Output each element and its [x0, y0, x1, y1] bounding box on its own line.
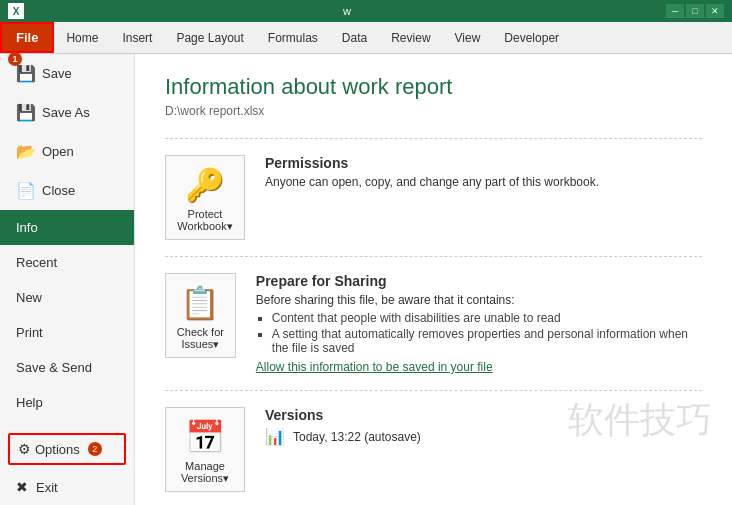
sidebar-options-label: Options	[35, 442, 80, 457]
main-layout: 💾 Save 💾 Save As 📂 Open 📄 Close Info Rec…	[0, 54, 732, 505]
sidebar-item-close[interactable]: 📄 Close	[0, 171, 134, 210]
file-tab[interactable]: File 1	[0, 22, 54, 53]
options-icon: ⚙	[18, 441, 31, 457]
sidebar-item-recent[interactable]: Recent	[0, 245, 134, 280]
permissions-section: 🔑 Protect Workbook▾ Permissions Anyone c…	[165, 155, 702, 240]
tab-review[interactable]: Review	[379, 22, 442, 53]
protect-icon: 🔑	[185, 166, 225, 204]
versions-icon: 📅	[185, 418, 225, 456]
sidebar-item-exit[interactable]: ✖ Exit	[0, 469, 134, 505]
divider-2	[165, 256, 702, 257]
check-issues-button[interactable]: 📋 Check for Issues▾	[165, 273, 236, 358]
sidebar-item-new[interactable]: New	[0, 280, 134, 315]
permissions-info: Permissions Anyone can open, copy, and c…	[265, 155, 599, 193]
save-as-icon: 💾	[16, 103, 34, 122]
sidebar-item-save-as[interactable]: 💾 Save As	[0, 93, 134, 132]
close-button[interactable]: ✕	[706, 4, 724, 18]
versions-section: 📅 Manage Versions▾ Versions 📊 Today, 13:…	[165, 407, 702, 492]
window-controls: ─ □ ✕	[666, 4, 724, 18]
maximize-button[interactable]: □	[686, 4, 704, 18]
sidebar-help-label: Help	[16, 395, 43, 410]
prepare-section: 📋 Check for Issues▾ Prepare for Sharing …	[165, 273, 702, 374]
divider-3	[165, 390, 702, 391]
exit-icon: ✖	[16, 479, 28, 495]
prepare-desc: Before sharing this file, be aware that …	[256, 293, 702, 307]
versions-heading: Versions	[265, 407, 421, 423]
protect-btn-label: Protect Workbook▾	[177, 208, 232, 233]
version-text: Today, 13:22 (autosave)	[293, 430, 421, 444]
options-badge: 2	[88, 442, 102, 456]
sidebar-item-print[interactable]: Print	[0, 315, 134, 350]
sidebar-open-label: Open	[42, 144, 74, 159]
minimize-button[interactable]: ─	[666, 4, 684, 18]
divider-1	[165, 138, 702, 139]
app-icon: X	[8, 3, 24, 19]
check-issues-btn-label: Check for Issues▾	[177, 326, 224, 351]
tab-formulas[interactable]: Formulas	[256, 22, 330, 53]
title-bar: X w ─ □ ✕	[0, 0, 732, 22]
protect-workbook-button[interactable]: 🔑 Protect Workbook▾	[165, 155, 245, 240]
content-area: Information about work report D:\work re…	[135, 54, 732, 505]
sidebar-item-help[interactable]: Help	[0, 385, 134, 420]
tab-insert[interactable]: Insert	[110, 22, 164, 53]
prepare-list: Content that people with disabilities ar…	[272, 311, 702, 355]
prepare-bullet-2: A setting that automatically removes pro…	[272, 327, 702, 355]
ribbon: File 1 Home Insert Page Layout Formulas …	[0, 22, 732, 54]
tab-view[interactable]: View	[443, 22, 493, 53]
open-icon: 📂	[16, 142, 34, 161]
sidebar-exit-label: Exit	[36, 480, 58, 495]
title-text: w	[28, 5, 666, 17]
tab-page-layout[interactable]: Page Layout	[164, 22, 255, 53]
sidebar-item-save-send[interactable]: Save & Send	[0, 350, 134, 385]
save-icon: 💾	[16, 64, 34, 83]
sidebar-item-options[interactable]: ⚙ Options 2	[8, 433, 126, 465]
sidebar-info-label: Info	[16, 220, 38, 235]
sidebar-item-open[interactable]: 📂 Open	[0, 132, 134, 171]
permissions-heading: Permissions	[265, 155, 599, 171]
versions-info: Versions 📊 Today, 13:22 (autosave)	[265, 407, 421, 446]
prepare-link[interactable]: Allow this information to be saved in yo…	[256, 360, 493, 374]
sidebar-recent-label: Recent	[16, 255, 57, 270]
version-file-icon: 📊	[265, 427, 285, 446]
tab-developer[interactable]: Developer	[492, 22, 571, 53]
sidebar-save-label: Save	[42, 66, 72, 81]
prepare-info: Prepare for Sharing Before sharing this …	[256, 273, 702, 374]
close-file-icon: 📄	[16, 181, 34, 200]
tab-home[interactable]: Home	[54, 22, 110, 53]
manage-versions-btn-label: Manage Versions▾	[181, 460, 229, 485]
sidebar: 💾 Save 💾 Save As 📂 Open 📄 Close Info Rec…	[0, 54, 135, 505]
file-path: D:\work report.xlsx	[165, 104, 702, 118]
permissions-desc: Anyone can open, copy, and change any pa…	[265, 175, 599, 189]
version-item: 📊 Today, 13:22 (autosave)	[265, 427, 421, 446]
prepare-bullet-1: Content that people with disabilities ar…	[272, 311, 702, 325]
page-title: Information about work report	[165, 74, 702, 100]
sidebar-print-label: Print	[16, 325, 43, 340]
tab-data[interactable]: Data	[330, 22, 379, 53]
sidebar-save-send-label: Save & Send	[16, 360, 92, 375]
sidebar-item-info[interactable]: Info	[0, 210, 134, 245]
sidebar-new-label: New	[16, 290, 42, 305]
file-badge: 1	[8, 52, 22, 66]
sidebar-save-as-label: Save As	[42, 105, 90, 120]
prepare-heading: Prepare for Sharing	[256, 273, 702, 289]
manage-versions-button[interactable]: 📅 Manage Versions▾	[165, 407, 245, 492]
file-tab-label: File	[16, 30, 38, 45]
check-issues-icon: 📋	[180, 284, 220, 322]
sidebar-close-label: Close	[42, 183, 75, 198]
